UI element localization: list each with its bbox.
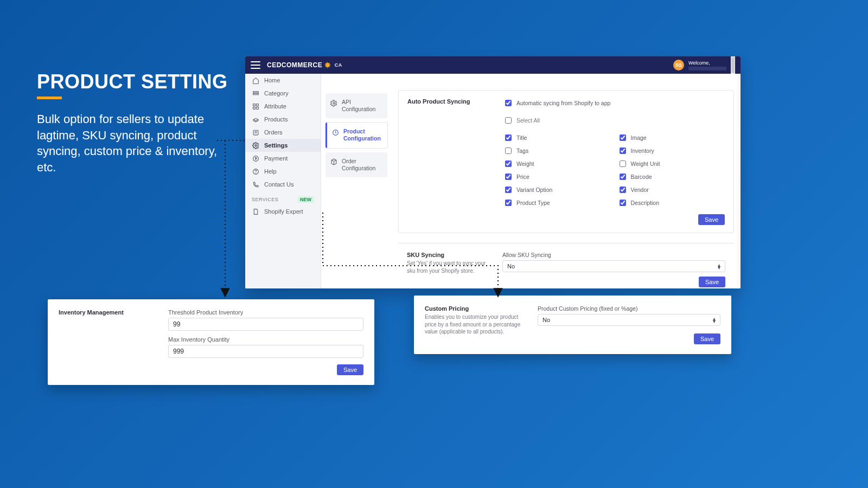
sku-select[interactable]: No ▴▾	[502, 260, 725, 272]
products-icon	[252, 115, 259, 123]
sync-option[interactable]: Inventory	[617, 146, 725, 156]
sidebar-item-label: Help	[264, 168, 277, 175]
subnav-product-config[interactable]: Product Configuration	[326, 123, 387, 147]
sku-desc: Set 'Yes' if you want to sync your sku f…	[407, 260, 494, 274]
sync-option[interactable]: Price	[503, 172, 611, 182]
svg-point-9	[254, 144, 256, 146]
sidebar-item-products[interactable]: Products	[245, 113, 321, 126]
sidebar-item-contact[interactable]: Contact Us	[245, 178, 321, 191]
auto-sync-checkbox[interactable]	[505, 100, 512, 106]
pricing-title: Custom Pricing	[425, 305, 526, 312]
sidebar-item-orders[interactable]: Orders	[245, 126, 321, 139]
sync-option[interactable]: Image	[617, 133, 725, 143]
field-threshold: Threshold Product Inventory	[168, 309, 363, 331]
sync-option[interactable]: Product Type	[503, 198, 611, 208]
sync-option-checkbox[interactable]	[620, 174, 626, 180]
sync-option-checkbox[interactable]	[505, 160, 512, 167]
sync-option-label: Weight	[516, 160, 534, 167]
sync-option[interactable]: Barcode	[617, 172, 725, 182]
sync-option-label: Description	[631, 200, 660, 206]
select-all-toggle[interactable]: Select All	[503, 115, 725, 125]
caret-icon: ▴▾	[718, 264, 720, 269]
sidebar-item-label: Category	[264, 90, 289, 97]
menu-toggle[interactable]	[251, 61, 260, 69]
sync-option[interactable]: Tags	[503, 146, 611, 156]
sync-option-label: Variant Option	[516, 187, 552, 193]
brand-suffix: CA	[335, 62, 342, 68]
sync-option[interactable]: Weight Unit	[617, 159, 725, 169]
sync-option[interactable]: Variant Option	[503, 185, 611, 195]
settings-icon	[252, 142, 259, 149]
auto-sync-title: Auto Product Syncing	[407, 98, 494, 105]
sync-option[interactable]: Weight	[503, 159, 611, 169]
sync-option-checkbox[interactable]	[505, 147, 512, 154]
brand-text: CEDCOMMERCE	[267, 61, 322, 69]
sync-option-label: Image	[631, 134, 647, 141]
sync-option-checkbox[interactable]	[505, 187, 512, 193]
card-inventory: Inventory Management Threshold Product I…	[48, 299, 374, 385]
services-label: SERVICES	[252, 197, 278, 202]
sync-option-label: Price	[516, 174, 529, 180]
max-qty-label: Max Inventory Quantity	[168, 336, 363, 343]
sync-option-checkbox[interactable]	[620, 134, 626, 141]
sku-save-button[interactable]: Save	[699, 277, 725, 287]
section-sku-sync: SKU Syncing Set 'Yes' if you want to syn…	[398, 243, 734, 288]
pricing-desc: Enables you to customize your product pr…	[425, 313, 526, 336]
sidebar: Home Category Attribute Products Orders …	[245, 74, 321, 288]
sync-option-checkbox[interactable]	[505, 134, 512, 141]
promo-body: Bulk option for sellers to update lagtim…	[37, 111, 232, 176]
contact-icon	[252, 181, 259, 188]
sidebar-services-header: SERVICES NEW	[245, 191, 321, 205]
threshold-label: Threshold Product Inventory	[168, 309, 363, 316]
avatar[interactable]: SS	[673, 60, 684, 70]
svg-rect-3	[256, 104, 258, 106]
sync-option-checkbox[interactable]	[505, 174, 512, 180]
sync-option-checkbox[interactable]	[505, 200, 512, 206]
svg-point-13	[333, 102, 334, 104]
pricing-save-button[interactable]: Save	[694, 333, 720, 344]
sync-option-checkbox[interactable]	[620, 160, 626, 167]
sync-option[interactable]: Description	[617, 198, 725, 208]
inventory-save-button[interactable]: Save	[337, 364, 363, 375]
sync-option-label: Tags	[516, 147, 528, 154]
window-scrollbar[interactable]	[731, 56, 735, 74]
promo-title: PRODUCT SETTING	[37, 70, 232, 93]
sidebar-item-settings[interactable]: Settings	[245, 139, 321, 152]
subnav-order-config[interactable]: Order Configuration	[326, 152, 387, 177]
sync-option-label: Barcode	[631, 174, 652, 180]
max-qty-input[interactable]	[168, 345, 363, 358]
sidebar-item-home[interactable]: Home	[245, 74, 321, 87]
sync-option[interactable]: Vendor	[617, 185, 725, 195]
sidebar-item-payment[interactable]: Payment	[245, 152, 321, 165]
app-edge-shadow	[735, 74, 741, 288]
sku-field-label: Allow SKU Syncing	[502, 252, 725, 258]
select-all-checkbox[interactable]	[505, 117, 512, 124]
home-icon	[252, 76, 259, 84]
subnav-api-config[interactable]: API Configuration	[326, 93, 387, 118]
section-auto-sync: Auto Product Syncing Automatic sycing fr…	[398, 90, 734, 233]
sync-option-label: Inventory	[631, 147, 654, 154]
sidebar-item-help[interactable]: Help	[245, 165, 321, 178]
shopify-icon	[252, 208, 259, 215]
sidebar-item-label: Orders	[264, 129, 283, 136]
welcome-block: Welcome,	[688, 60, 726, 70]
sync-option-checkbox[interactable]	[620, 200, 626, 206]
sidebar-item-category[interactable]: Category	[245, 87, 321, 100]
svg-rect-4	[253, 107, 255, 109]
auto-sync-toggle[interactable]: Automatic sycing from Shopify to app	[503, 98, 725, 108]
sync-option-checkbox[interactable]	[620, 147, 626, 154]
svg-point-12	[256, 172, 256, 173]
caret-icon: ▴▾	[713, 317, 716, 323]
sidebar-item-label: Attribute	[264, 103, 286, 110]
sidebar-item-attribute[interactable]: Attribute	[245, 100, 321, 113]
help-icon	[252, 168, 259, 175]
sidebar-item-label: Payment	[264, 155, 288, 162]
sync-option-checkbox[interactable]	[620, 187, 626, 193]
auto-sync-save-button[interactable]: Save	[698, 214, 725, 225]
sidebar-item-shopify-expert[interactable]: Shopify Expert	[245, 205, 321, 218]
pricing-select[interactable]: No ▴▾	[538, 314, 720, 326]
settings-subnav: API Configuration Product Configuration …	[321, 74, 392, 288]
sidebar-item-label: Home	[264, 77, 280, 84]
sync-option[interactable]: Title	[503, 133, 611, 143]
threshold-input[interactable]	[168, 318, 363, 331]
